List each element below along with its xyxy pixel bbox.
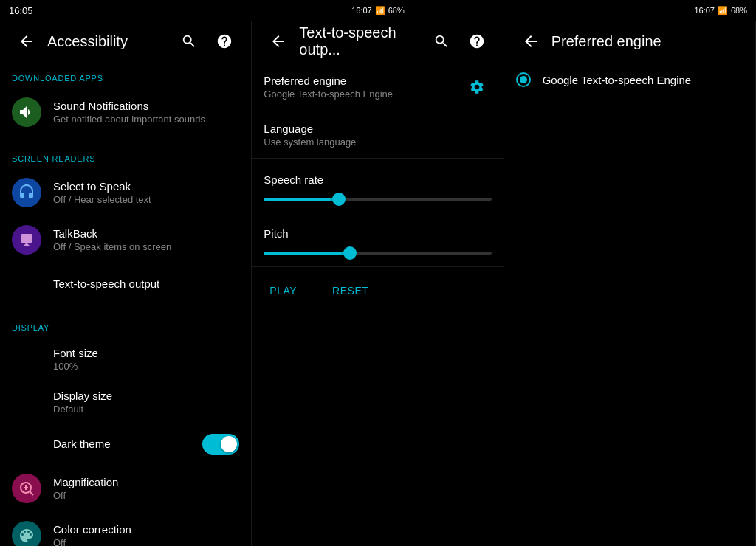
panels-container: Accessibility DOWNLOADED APPS (0, 21, 756, 546)
talkback-icon (12, 225, 41, 255)
display-size-subtitle: Default (53, 404, 239, 415)
tts-back-button[interactable] (264, 27, 293, 56)
battery-2: 68% (388, 6, 405, 15)
magnification-text: Magnification Off (53, 476, 239, 501)
dark-theme-toggle[interactable] (202, 434, 239, 455)
panel-tts: Text-to-speech outp... Preferred eng (252, 21, 504, 546)
preferred-engine-label: Preferred engine (264, 75, 461, 87)
toggle-knob (221, 436, 237, 452)
pitch-thumb[interactable] (343, 246, 357, 260)
tts-search-button[interactable] (427, 27, 456, 56)
language-label: Language (264, 122, 491, 135)
section-display: DISPLAY (0, 311, 251, 338)
tts-title: Text-to-speech output (53, 277, 239, 290)
time-1: 16:05 (9, 5, 33, 16)
dark-theme-title: Dark theme (53, 438, 202, 450)
talkback-title: TalkBack (53, 227, 239, 240)
help-button[interactable] (210, 27, 239, 56)
reset-button[interactable]: Reset (326, 279, 374, 303)
time-3: 16:07 (694, 6, 715, 15)
preferred-engine-back-button[interactable] (516, 27, 546, 56)
select-to-speak-icon (12, 178, 41, 207)
tts-help-button[interactable] (462, 27, 492, 56)
divider-1 (0, 139, 251, 139)
font-size-title: Font size (53, 347, 239, 359)
sound-notifications-subtitle: Get notified about important sounds (53, 114, 239, 125)
magnification-subtitle: Off (53, 490, 239, 501)
speech-rate-track[interactable] (264, 198, 491, 201)
list-item-magnification[interactable]: Magnification Off (0, 465, 251, 512)
speech-rate-fill (264, 198, 339, 201)
list-item-tts[interactable]: Text-to-speech output (0, 263, 251, 305)
tts-header-icons (427, 27, 492, 56)
preferred-engine-item[interactable]: Preferred engine Google Text-to-speech E… (252, 62, 503, 112)
divider-2 (0, 308, 251, 308)
accessibility-header-icons (174, 27, 239, 56)
talkback-subtitle: Off / Speak items on screen (53, 241, 239, 252)
engine-item-google[interactable]: Google Text-to-speech Engine (504, 62, 755, 97)
search-button[interactable] (174, 27, 204, 56)
speech-rate-label: Speech rate (264, 173, 491, 186)
language-text: Language Use system language (264, 122, 491, 148)
svg-line-2 (30, 491, 33, 495)
play-button[interactable]: Play (264, 279, 303, 303)
list-item-color-correction[interactable]: Color correction Off (0, 512, 251, 546)
list-item-select-to-speak[interactable]: Select to Speak Off / Hear selected text (0, 169, 251, 216)
time-2: 16:07 (351, 6, 372, 15)
tts-header: Text-to-speech outp... (252, 21, 503, 62)
section-screen-readers: SCREEN READERS (0, 142, 251, 169)
svg-rect-0 (21, 234, 32, 243)
speech-rate-thumb[interactable] (332, 193, 346, 206)
magnification-title: Magnification (53, 476, 239, 488)
list-item-sound-notifications[interactable]: Sound Notifications Get notified about i… (0, 89, 251, 136)
status-icons-3: 16:07 📶 68% (694, 6, 747, 15)
sound-notifications-title: Sound Notifications (53, 100, 239, 112)
magnification-icon (12, 474, 41, 503)
accessibility-header: Accessibility (0, 21, 251, 62)
list-item-font-size[interactable]: Font size 100% (0, 338, 251, 381)
color-correction-subtitle: Off (53, 537, 239, 546)
google-tts-label: Google Text-to-speech Engine (543, 74, 692, 86)
radio-inner (520, 76, 527, 83)
signal-2: 📶 (375, 6, 385, 15)
pitch-fill (264, 252, 350, 255)
status-section-1: 16:05 (0, 0, 252, 21)
preferred-engine-panel-title: Preferred engine (551, 33, 743, 50)
sound-notifications-icon (12, 97, 41, 127)
preferred-engine-settings-button[interactable] (462, 72, 492, 102)
list-item-talkback[interactable]: TalkBack Off / Speak items on screen (0, 216, 251, 263)
radio-google-tts[interactable] (516, 72, 531, 87)
color-correction-text: Color correction Off (53, 523, 239, 546)
preferred-engine-header: Preferred engine (504, 21, 755, 62)
color-correction-icon (12, 521, 41, 546)
preferred-engine-content: Google Text-to-speech Engine (504, 62, 755, 546)
preferred-engine-text: Preferred engine Google Text-to-speech E… (264, 75, 461, 100)
tts-title: Text-to-speech outp... (299, 24, 426, 58)
panel-preferred-engine: Preferred engine Google Text-to-speech E… (504, 21, 756, 546)
select-to-speak-text: Select to Speak Off / Hear selected text (53, 180, 239, 205)
signal-3: 📶 (718, 6, 728, 15)
list-item-display-size[interactable]: Display size Default (0, 381, 251, 424)
panel-accessibility: Accessibility DOWNLOADED APPS (0, 21, 252, 546)
display-size-text: Display size Default (12, 390, 239, 415)
section-downloaded-apps: DOWNLOADED APPS (0, 62, 251, 89)
list-item-dark-theme[interactable]: Dark theme (0, 424, 251, 465)
language-item[interactable]: Language Use system language (252, 112, 503, 158)
status-section-2: 16:07 📶 68% (252, 0, 504, 21)
pitch-track[interactable] (264, 252, 491, 255)
tts-text: Text-to-speech output (12, 277, 239, 291)
tts-content: Preferred engine Google Text-to-speech E… (252, 62, 503, 546)
select-to-speak-subtitle: Off / Hear selected text (53, 194, 239, 205)
preferred-engine-value: Google Text-to-speech Engine (264, 89, 461, 100)
accessibility-back-button[interactable] (12, 27, 41, 56)
accessibility-title: Accessibility (47, 33, 174, 50)
status-section-3: 16:07 📶 68% (504, 0, 756, 21)
dark-theme-text: Dark theme (12, 438, 202, 452)
battery-3: 68% (731, 6, 747, 15)
accessibility-content: DOWNLOADED APPS Sound Notifications Get … (0, 62, 251, 546)
status-icons-2: 16:07 📶 68% (351, 6, 405, 15)
tts-action-buttons: Play Reset (252, 267, 503, 314)
sound-notifications-text: Sound Notifications Get notified about i… (53, 100, 239, 125)
pitch-label: Pitch (264, 227, 491, 240)
language-value: Use system language (264, 136, 491, 148)
